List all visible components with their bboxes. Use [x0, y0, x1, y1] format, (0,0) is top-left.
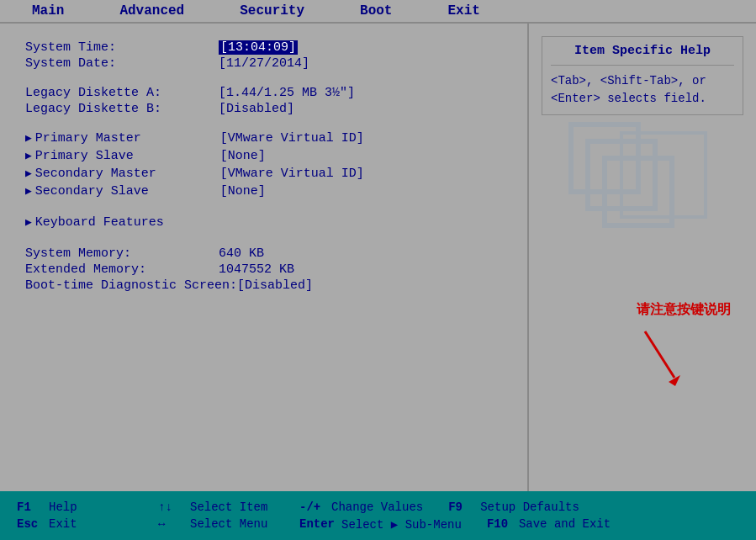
esc-key: Esc	[17, 517, 42, 531]
help-text: <Tab>, <Shift-Tab>, or <Enter> selects f…	[551, 72, 734, 108]
right-panel: Item Specific Help <Tab>, <Shift-Tab>, o…	[529, 24, 756, 491]
annotation-text: 请注意按键说明	[637, 301, 731, 319]
system-date-value[interactable]: [11/27/2014]	[219, 56, 309, 71]
primary-slave-value: [None]	[220, 149, 266, 163]
menu-item-main[interactable]: Main	[25, 2, 71, 20]
status-leftright: ↔ Select Menu	[158, 517, 274, 531]
system-memory-value: 640 KB	[219, 246, 264, 261]
secondary-master-value: [VMware Virtual ID]	[220, 167, 364, 181]
annotation-container: 请注意按键说明	[637, 301, 731, 390]
status-bar: F1 Help ↑↓ Select Item -/+ Change Values…	[0, 491, 756, 540]
menu-item-exit[interactable]: Exit	[441, 2, 486, 20]
secondary-slave-row: ▶ Secondary Slave [None]	[25, 184, 502, 199]
help-box: Item Specific Help <Tab>, <Shift-Tab>, o…	[542, 36, 743, 115]
updown-desc: Select Item	[190, 500, 274, 514]
boot-diag-label: Boot-time Diagnostic Screen:	[25, 278, 237, 293]
watermark-area	[546, 108, 748, 259]
keyboard-features-row: ▶ Keyboard Features	[25, 215, 502, 230]
status-esc: Esc Exit	[17, 517, 133, 531]
secondary-slave-label[interactable]: Secondary Slave	[35, 184, 220, 199]
plusminus-desc: Change Values	[331, 500, 423, 514]
primary-slave-arrow: ▶	[25, 149, 32, 162]
status-row-1: F1 Help ↑↓ Select Item -/+ Change Values…	[17, 500, 739, 514]
primary-slave-row: ▶ Primary Slave [None]	[25, 149, 502, 163]
diskette-b-row: Legacy Diskette B: [Disabled]	[25, 102, 502, 116]
status-f10: F10 Save and Exit	[487, 517, 611, 531]
f9-desc: Setup Defaults	[480, 500, 579, 514]
primary-slave-label[interactable]: Primary Slave	[35, 149, 220, 163]
menu-item-advanced[interactable]: Advanced	[113, 2, 191, 20]
diskette-a-value[interactable]: [1.44/1.25 MB 3½"]	[219, 86, 355, 100]
status-plusminus: -/+ Change Values	[299, 500, 423, 514]
f10-key: F10	[487, 517, 512, 531]
f1-key: F1	[17, 500, 42, 514]
primary-master-label[interactable]: Primary Master	[35, 131, 220, 146]
diskette-b-label: Legacy Diskette B:	[25, 102, 219, 116]
system-memory-label: System Memory:	[25, 246, 219, 261]
esc-desc: Exit	[49, 517, 133, 531]
keyboard-features-arrow: ▶	[25, 215, 32, 229]
extended-memory-row: Extended Memory: 1047552 KB	[25, 262, 502, 277]
bios-screen: Main Advanced Security Boot Exit System …	[0, 0, 756, 540]
menu-item-boot[interactable]: Boot	[353, 2, 399, 20]
diskette-a-label: Legacy Diskette A:	[25, 86, 219, 100]
diskette-a-row: Legacy Diskette A: [1.44/1.25 MB 3½"]	[25, 86, 502, 100]
menu-bar: Main Advanced Security Boot Exit	[0, 0, 756, 24]
system-memory-row: System Memory: 640 KB	[25, 246, 502, 261]
system-date-row: System Date: [11/27/2014]	[25, 56, 502, 71]
secondary-master-label[interactable]: Secondary Master	[35, 167, 220, 181]
plusminus-key: -/+	[299, 500, 325, 514]
extended-memory-label: Extended Memory:	[25, 262, 219, 277]
extended-memory-value: 1047552 KB	[219, 262, 294, 277]
keyboard-features-label[interactable]: Keyboard Features	[35, 215, 220, 230]
system-time-value[interactable]: [13:04:09]	[219, 40, 298, 55]
f1-desc: Help	[49, 500, 133, 514]
status-enter: Enter Select ▶ Sub-Menu	[299, 517, 462, 532]
system-time-row: System Time: [13:04:09]	[25, 40, 502, 55]
primary-master-arrow: ▶	[25, 131, 32, 145]
svg-rect-3	[621, 133, 706, 217]
leftright-key: ↔	[158, 517, 183, 531]
f9-key: F9	[448, 500, 473, 514]
system-time-label: System Time:	[25, 40, 219, 55]
svg-line-4	[645, 331, 674, 378]
updown-key: ↑↓	[158, 500, 183, 514]
menu-item-security[interactable]: Security	[233, 2, 311, 20]
status-f1: F1 Help	[17, 500, 133, 514]
help-divider	[551, 65, 734, 66]
f10-desc: Save and Exit	[519, 517, 611, 531]
primary-master-value: [VMware Virtual ID]	[220, 131, 364, 146]
boot-diag-row: Boot-time Diagnostic Screen: [Disabled]	[25, 278, 502, 293]
status-row-2: Esc Exit ↔ Select Menu Enter Select ▶ Su…	[17, 517, 739, 532]
system-date-label: System Date:	[25, 56, 219, 71]
status-f9: F9 Setup Defaults	[448, 500, 579, 514]
annotation-arrow-icon	[637, 323, 687, 390]
secondary-slave-value: [None]	[220, 184, 266, 199]
boot-diag-value[interactable]: [Disabled]	[237, 278, 313, 293]
status-updown: ↑↓ Select Item	[158, 500, 274, 514]
help-title: Item Specific Help	[551, 44, 734, 58]
secondary-master-arrow: ▶	[25, 167, 32, 180]
diskette-b-value[interactable]: [Disabled]	[219, 102, 294, 116]
enter-desc: Select ▶ Sub-Menu	[341, 517, 462, 532]
secondary-master-row: ▶ Secondary Master [VMware Virtual ID]	[25, 167, 502, 181]
left-panel: System Time: [13:04:09] System Date: [11…	[0, 24, 529, 491]
primary-master-row: ▶ Primary Master [VMware Virtual ID]	[25, 131, 502, 146]
main-content: System Time: [13:04:09] System Date: [11…	[0, 24, 756, 491]
leftright-desc: Select Menu	[190, 517, 274, 531]
enter-key: Enter	[299, 517, 335, 531]
secondary-slave-arrow: ▶	[25, 184, 32, 198]
